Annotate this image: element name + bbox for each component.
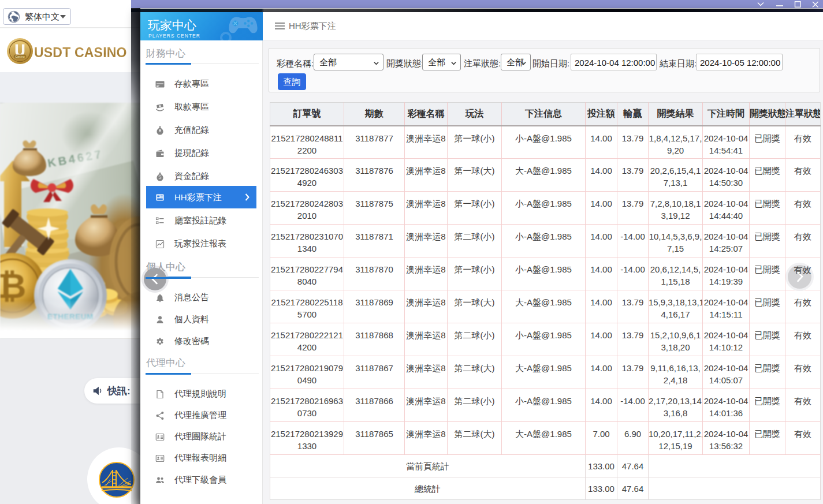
svg-text:₿: ₿ bbox=[0, 267, 26, 305]
svg-text:Casino: Casino bbox=[15, 55, 25, 58]
